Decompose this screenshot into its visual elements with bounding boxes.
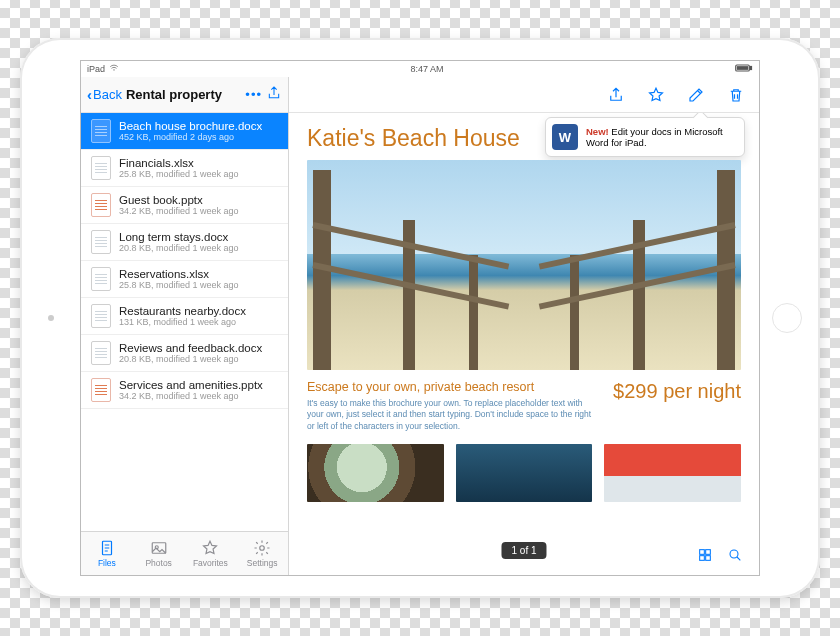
thumbnail-row xyxy=(307,444,741,502)
file-icon xyxy=(98,539,116,557)
file-row[interactable]: Services and amenities.pptx34.2 KB, modi… xyxy=(81,372,288,409)
file-meta: 131 KB, modified 1 week ago xyxy=(119,317,246,327)
file-meta: 20.8 KB, modified 1 week ago xyxy=(119,354,262,364)
file-row[interactable]: Guest book.pptx34.2 KB, modified 1 week … xyxy=(81,187,288,224)
file-meta: 34.2 KB, modified 1 week ago xyxy=(119,206,239,216)
folder-title: Rental property xyxy=(126,87,222,102)
compose-icon[interactable] xyxy=(687,86,705,104)
back-button[interactable]: ‹ Back xyxy=(87,86,122,103)
wifi-icon xyxy=(109,63,119,75)
view-controls xyxy=(691,543,749,567)
document-pane: Katie's Beach House W New! Edit your doc… xyxy=(289,77,759,575)
trash-icon[interactable] xyxy=(727,86,745,104)
gear-icon xyxy=(253,539,271,557)
battery-icon xyxy=(735,63,753,75)
word-app-icon: W xyxy=(552,124,578,150)
back-label: Back xyxy=(93,87,122,102)
tab-photos[interactable]: Photos xyxy=(133,532,185,575)
file-meta: 452 KB, modified 2 days ago xyxy=(119,132,262,142)
tab-favorites[interactable]: Favorites xyxy=(185,532,237,575)
tab-label: Files xyxy=(98,558,116,568)
file-name: Restaurants nearby.docx xyxy=(119,305,246,317)
word-callout[interactable]: W New! Edit your docs in Microsoft Word … xyxy=(545,117,745,157)
chevron-left-icon: ‹ xyxy=(87,86,92,103)
svg-rect-1 xyxy=(750,67,752,70)
xlsx-file-icon xyxy=(91,267,111,291)
document-subtitle: Escape to your own, private beach resort xyxy=(307,380,599,394)
file-list[interactable]: Beach house brochure.docx452 KB, modifie… xyxy=(81,113,288,531)
file-name: Beach house brochure.docx xyxy=(119,120,262,132)
file-name: Financials.xlsx xyxy=(119,157,239,169)
status-bar: iPad 8:47 AM xyxy=(81,61,759,77)
more-icon[interactable]: ••• xyxy=(245,87,262,102)
hero-image xyxy=(307,160,741,370)
svg-point-6 xyxy=(260,546,265,551)
tab-label: Settings xyxy=(247,558,278,568)
grid-view-icon[interactable] xyxy=(697,547,713,563)
photo-icon xyxy=(150,539,168,557)
file-name: Services and amenities.pptx xyxy=(119,379,263,391)
docx-file-icon xyxy=(91,341,111,365)
star-icon[interactable] xyxy=(647,86,665,104)
page-indicator: 1 of 1 xyxy=(501,542,546,559)
share-icon[interactable] xyxy=(607,86,625,104)
file-meta: 25.8 KB, modified 1 week ago xyxy=(119,169,239,179)
svg-rect-9 xyxy=(700,556,705,561)
device-label: iPad xyxy=(87,64,105,74)
file-meta: 20.8 KB, modified 1 week ago xyxy=(119,243,239,253)
pptx-file-icon xyxy=(91,193,111,217)
file-row[interactable]: Long term stays.docx20.8 KB, modified 1 … xyxy=(81,224,288,261)
docx-file-icon xyxy=(91,230,111,254)
clock: 8:47 AM xyxy=(119,64,735,74)
home-button[interactable] xyxy=(772,303,802,333)
xlsx-file-icon xyxy=(91,156,111,180)
file-name: Guest book.pptx xyxy=(119,194,239,206)
thumbnail-1 xyxy=(307,444,444,502)
docx-file-icon xyxy=(91,304,111,328)
search-icon[interactable] xyxy=(727,547,743,563)
file-row[interactable]: Reviews and feedback.docx20.8 KB, modifi… xyxy=(81,335,288,372)
document-sub: Escape to your own, private beach resort… xyxy=(307,380,741,432)
docx-file-icon xyxy=(91,119,111,143)
document-body-text: It's easy to make this brochure your own… xyxy=(307,398,599,432)
sidebar-header: ‹ Back Rental property ••• xyxy=(81,77,288,113)
svg-rect-7 xyxy=(700,550,705,555)
ipad-frame: iPad 8:47 AM ‹ Back Rental property ••• xyxy=(20,38,820,598)
thumbnail-2 xyxy=(456,444,593,502)
file-row[interactable]: Restaurants nearby.docx131 KB, modified … xyxy=(81,298,288,335)
file-meta: 34.2 KB, modified 1 week ago xyxy=(119,391,263,401)
document-body[interactable]: Katie's Beach House W New! Edit your doc… xyxy=(289,113,759,575)
share-icon[interactable] xyxy=(266,85,282,104)
screen: iPad 8:47 AM ‹ Back Rental property ••• xyxy=(80,60,760,576)
file-row[interactable]: Reservations.xlsx25.8 KB, modified 1 wee… xyxy=(81,261,288,298)
file-row[interactable]: Beach house brochure.docx452 KB, modifie… xyxy=(81,113,288,150)
file-meta: 25.8 KB, modified 1 week ago xyxy=(119,280,239,290)
file-row[interactable]: Financials.xlsx25.8 KB, modified 1 week … xyxy=(81,150,288,187)
tab-bar: FilesPhotosFavoritesSettings xyxy=(81,531,288,575)
ipad-camera xyxy=(48,315,54,321)
price: $299 per night xyxy=(613,380,741,403)
tab-label: Favorites xyxy=(193,558,228,568)
file-name: Reviews and feedback.docx xyxy=(119,342,262,354)
callout-text: New! Edit your docs in Microsoft Word fo… xyxy=(586,126,734,148)
pptx-file-icon xyxy=(91,378,111,402)
sidebar: ‹ Back Rental property ••• Beach house b… xyxy=(81,77,289,575)
document-toolbar xyxy=(289,77,759,113)
tab-label: Photos xyxy=(145,558,171,568)
svg-rect-10 xyxy=(706,556,711,561)
tab-settings[interactable]: Settings xyxy=(236,532,288,575)
star-icon xyxy=(201,539,219,557)
svg-point-11 xyxy=(730,550,738,558)
svg-rect-8 xyxy=(706,550,711,555)
svg-rect-2 xyxy=(737,66,748,70)
app: ‹ Back Rental property ••• Beach house b… xyxy=(81,77,759,575)
tab-files[interactable]: Files xyxy=(81,532,133,575)
file-name: Reservations.xlsx xyxy=(119,268,239,280)
file-name: Long term stays.docx xyxy=(119,231,239,243)
thumbnail-3 xyxy=(604,444,741,502)
